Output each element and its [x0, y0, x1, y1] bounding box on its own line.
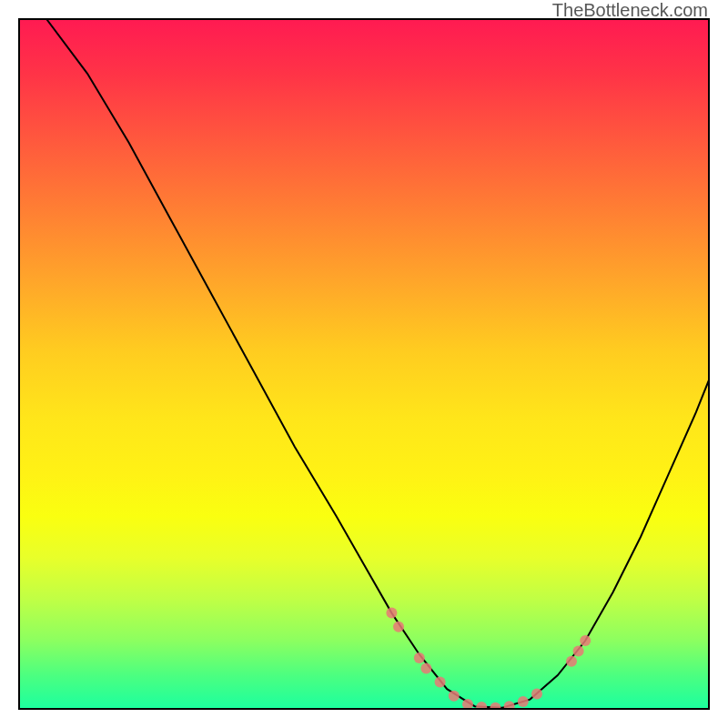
- chart-container: TheBottleneck.com: [0, 0, 728, 728]
- plot-gradient-background: [18, 18, 710, 710]
- attribution-label: TheBottleneck.com: [552, 0, 708, 21]
